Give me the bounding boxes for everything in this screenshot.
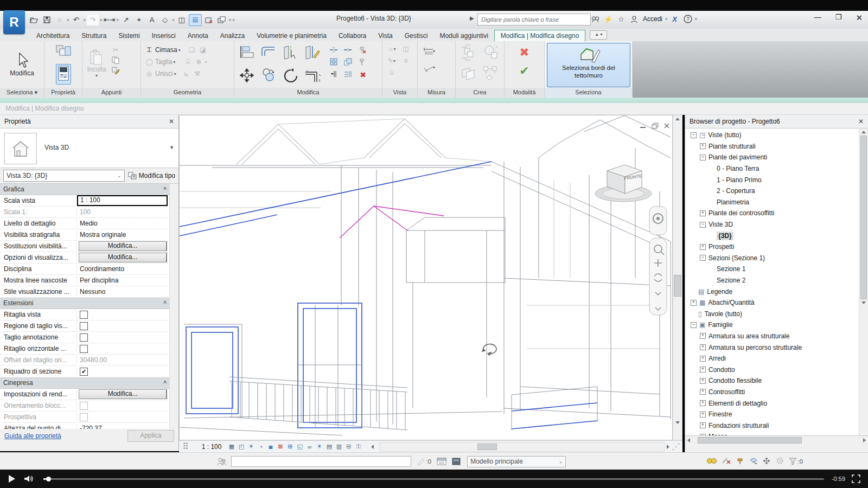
- tab-architettura[interactable]: Architettura: [30, 30, 75, 41]
- fullscreen-icon[interactable]: [852, 474, 860, 483]
- tab-inserisci[interactable]: Inserisci: [146, 30, 182, 41]
- tree-item-label[interactable]: 0 - Piano Terra: [717, 165, 760, 172]
- delete-icon[interactable]: ✖: [357, 69, 369, 80]
- panel-label-seleziona2[interactable]: Seleziona: [545, 88, 632, 98]
- cancel-edit-mode-icon[interactable]: ✖: [519, 46, 529, 60]
- expand-icon[interactable]: +: [700, 367, 706, 373]
- property-section-cinepresa[interactable]: Cinepresa^: [0, 377, 170, 389]
- tab-analizza[interactable]: Analizza: [214, 30, 251, 41]
- collapse-icon[interactable]: −: [700, 222, 706, 228]
- aligned-dimension-icon[interactable]: ↗: [120, 15, 132, 25]
- opzioni-di-visualizza-button[interactable]: Modifica...: [79, 253, 167, 262]
- select-roof-wall-edges-button[interactable]: Seleziona bordi del tetto/muro: [547, 43, 630, 87]
- resize-grip-icon[interactable]: ⋰: [672, 441, 680, 452]
- redo-dropdown-icon[interactable]: ▾: [100, 17, 103, 23]
- tree-item-finestre[interactable]: +Finestre: [685, 409, 859, 420]
- view-type-combo[interactable]: Vista 3D: {3D}⌄: [3, 170, 125, 182]
- expand-icon[interactable]: +: [691, 300, 697, 306]
- livello-di-dettaglio-value[interactable]: Medio: [77, 220, 170, 227]
- panel-label-modalita[interactable]: Modalità: [505, 88, 544, 98]
- tree-item-elementi-di-dettaglio[interactable]: +Elementi di dettaglio: [685, 397, 859, 409]
- tree-item-condotto[interactable]: +Condotto: [685, 364, 859, 375]
- infocenter-arrow-icon[interactable]: ▶: [470, 15, 474, 21]
- design-option-select[interactable]: Modello principale⌄: [467, 456, 566, 467]
- tree-item-3d[interactable]: {3D}: [685, 230, 859, 241]
- collapse-icon[interactable]: −: [700, 255, 706, 261]
- create-similar-icon[interactable]: [482, 44, 503, 63]
- expand-icon[interactable]: +: [700, 400, 706, 406]
- aligned-dim-icon[interactable]: ▾: [423, 62, 435, 73]
- tree-item-label[interactable]: Controsoffitti: [709, 388, 745, 396]
- taglio-annotazione-checkbox[interactable]: [80, 333, 88, 342]
- collapse-icon[interactable]: ^: [163, 187, 167, 192]
- unlocked-view-icon[interactable]: ◱: [295, 442, 304, 451]
- view-scale-button[interactable]: 1 : 100: [202, 443, 222, 451]
- tab-gestisci[interactable]: Gestisci: [399, 30, 434, 41]
- play-icon[interactable]: [8, 474, 16, 483]
- tree-item-1-piano-primo[interactable]: 1 - Piano Primo: [685, 174, 859, 185]
- tree-item-label[interactable]: Sezioni (Sezione 1): [709, 254, 765, 262]
- trim-extend-icon[interactable]: [304, 68, 326, 86]
- video-progress-knob[interactable]: [46, 477, 51, 481]
- tree-item-label[interactable]: Planimetria: [717, 198, 749, 206]
- drawing-area[interactable]: FRONTE: [179, 115, 673, 440]
- riquadro-di-sezione-checkbox[interactable]: ✔: [80, 368, 88, 376]
- browser-close-icon[interactable]: ✕: [858, 118, 864, 125]
- select-by-face-icon[interactable]: [749, 457, 758, 466]
- volume-icon[interactable]: [24, 474, 35, 483]
- tree-item-arredi[interactable]: +Arredi: [685, 353, 859, 364]
- orientamento-blocc-checkbox[interactable]: [80, 402, 88, 410]
- join-geometry-button[interactable]: ◎Unisci▾ ⊾⚒: [144, 68, 234, 80]
- properties-header[interactable]: Proprietà ✕: [0, 115, 178, 129]
- sun-path-icon[interactable]: ☀: [246, 442, 256, 451]
- shadows-icon[interactable]: ◔: [256, 442, 265, 451]
- signin-label[interactable]: Accedi: [643, 15, 662, 23]
- expand-icon[interactable]: +: [700, 378, 706, 384]
- select-links-icon[interactable]: [706, 457, 717, 466]
- measure-dropdown-icon[interactable]: ▾: [117, 17, 119, 23]
- tree-item-label[interactable]: Sezione 1: [717, 265, 745, 273]
- mostra-linee-nascoste-value[interactable]: Per disciplina: [77, 277, 170, 284]
- tree-item-0-piano-terra[interactable]: 0 - Piano Terra: [685, 163, 859, 175]
- tree-item-label[interactable]: Finestre: [709, 410, 732, 418]
- cut-geometry-button[interactable]: ◯Taglia▾ ⌸⊗▾: [144, 56, 234, 68]
- save-icon[interactable]: [41, 15, 53, 25]
- tree-item-label[interactable]: Elementi di dettaglio: [709, 400, 767, 407]
- panel-label-seleziona[interactable]: Seleziona ▾: [0, 88, 44, 98]
- tab-struttura[interactable]: Struttura: [75, 30, 112, 41]
- offset-icon[interactable]: [260, 45, 282, 62]
- minimize-button[interactable]: —: [814, 13, 821, 23]
- tree-item-armatura-su-area-strutturale[interactable]: +Armatura su area strutturale: [685, 331, 859, 342]
- tree-item-legende[interactable]: ▤Legende: [685, 286, 859, 297]
- select-underlay-icon[interactable]: [722, 457, 731, 466]
- scale-icon[interactable]: [343, 57, 353, 66]
- type-selector[interactable]: Vista 3D ▼: [0, 129, 178, 168]
- crop-view-icon[interactable]: ⊠: [276, 442, 285, 451]
- panel-label-misura[interactable]: Misura: [418, 88, 455, 98]
- tree-item-label[interactable]: Armatura su area strutturale: [709, 332, 789, 340]
- tree-item-piante-strutturali[interactable]: +Piante strutturali: [685, 141, 859, 152]
- sostituzioni-visibilit-button[interactable]: Modifica...: [79, 241, 167, 251]
- panel-label-modifica[interactable]: Modifica: [234, 88, 382, 98]
- wall-joins-icon[interactable]: ⌸: [183, 57, 193, 66]
- editing-requests-icon[interactable]: :0: [417, 458, 431, 465]
- cope-button[interactable]: ꞮCimasa▾ ❏◪: [144, 44, 234, 56]
- properties-close-icon[interactable]: ✕: [169, 118, 174, 125]
- tree-item-prospetti[interactable]: +Prospetti: [685, 241, 859, 253]
- tab-collabora[interactable]: Collabora: [333, 30, 372, 41]
- tree-item-label[interactable]: Famiglie: [708, 321, 732, 329]
- measure-icon[interactable]: ⇤⇥: [104, 15, 116, 25]
- tag-icon[interactable]: ⌖: [133, 15, 145, 25]
- tree-item-label[interactable]: Abachi/Quantità: [708, 299, 754, 306]
- sync-dropdown-icon[interactable]: ▾: [67, 17, 69, 23]
- expand-icon[interactable]: +: [700, 356, 706, 362]
- apply-button[interactable]: Applica: [127, 430, 174, 442]
- tree-item-label[interactable]: 2 - Copertura: [717, 187, 755, 195]
- collapse-icon[interactable]: −: [700, 155, 706, 160]
- expand-icon[interactable]: +: [700, 422, 706, 428]
- restore-button[interactable]: ❐: [835, 13, 842, 23]
- help-icon[interactable]: ?: [682, 14, 694, 24]
- tree-item-label[interactable]: Fondazioni strutturali: [709, 422, 769, 429]
- prospettiva-checkbox[interactable]: [80, 413, 88, 421]
- panel-label-geometria[interactable]: Geometria: [141, 88, 234, 98]
